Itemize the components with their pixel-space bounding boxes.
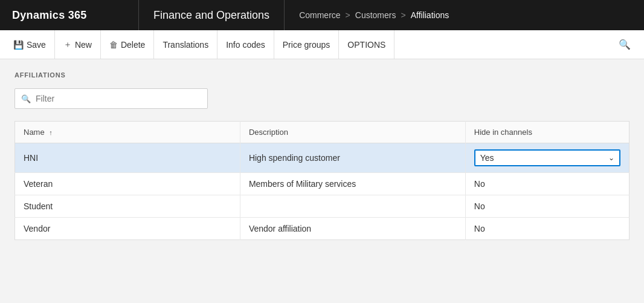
cell-description: Members of Military services xyxy=(240,173,465,195)
col-header-description: Description xyxy=(240,122,465,143)
brand-logo: Dynamics 365 xyxy=(0,0,139,30)
content-area: AFFILIATIONS 🔍 Name ↑ Description Hide i… xyxy=(0,59,644,252)
cell-description: High spending customer xyxy=(240,143,465,173)
table-row[interactable]: HNIHigh spending customerYes⌄ xyxy=(15,143,630,173)
infocodes-label: Info codes xyxy=(226,40,265,50)
breadcrumb-part1[interactable]: Commerce xyxy=(299,10,340,20)
dropdown-value: Yes xyxy=(480,153,494,163)
search-icon: 🔍 xyxy=(619,39,631,50)
save-label: Save xyxy=(27,40,46,50)
cell-hide-in-channels: No xyxy=(465,195,629,218)
section-title: AFFILIATIONS xyxy=(14,71,630,79)
breadcrumb-sep2: > xyxy=(401,10,405,20)
cell-name: HNI xyxy=(15,143,240,173)
col-desc-label: Description xyxy=(249,128,288,137)
col-header-name: Name ↑ xyxy=(15,122,240,143)
pricegroups-button[interactable]: Price groups xyxy=(274,30,340,59)
options-button[interactable]: OPTIONS xyxy=(339,30,394,59)
top-navigation-bar: Dynamics 365 Finance and Operations Comm… xyxy=(0,0,644,30)
action-bar: 💾 Save ＋ New 🗑 Delete Translations Info … xyxy=(0,30,644,59)
cell-name: Veteran xyxy=(15,173,240,195)
infocodes-button[interactable]: Info codes xyxy=(217,30,274,59)
cell-name: Vendor xyxy=(15,218,240,240)
cell-hide-in-channels[interactable]: Yes⌄ xyxy=(465,143,629,173)
brand-label: Dynamics 365 xyxy=(12,9,87,22)
chevron-down-icon: ⌄ xyxy=(608,154,614,162)
breadcrumb-part3: Affiliations xyxy=(411,10,449,20)
cell-hide-in-channels: No xyxy=(465,173,629,195)
breadcrumb-sep1: > xyxy=(346,10,350,20)
filter-box[interactable]: 🔍 xyxy=(14,88,208,109)
save-icon: 💾 xyxy=(13,40,24,50)
affiliations-table: Name ↑ Description Hide in channels HNIH… xyxy=(14,121,630,240)
table-row[interactable]: VeteranMembers of Military servicesNo xyxy=(15,173,630,195)
pricegroups-label: Price groups xyxy=(283,40,330,50)
cell-description xyxy=(240,195,465,218)
delete-icon: 🗑 xyxy=(109,40,118,50)
cell-description: Vendor affiliation xyxy=(240,218,465,240)
cell-hide-in-channels: No xyxy=(465,218,629,240)
translations-label: Translations xyxy=(163,40,208,50)
delete-label: Delete xyxy=(121,40,145,50)
search-button[interactable]: 🔍 xyxy=(610,35,639,54)
sort-asc-icon: ↑ xyxy=(49,129,53,136)
col-header-hide-in-channels: Hide in channels xyxy=(465,122,629,143)
filter-input[interactable] xyxy=(36,94,201,103)
delete-button[interactable]: 🗑 Delete xyxy=(101,30,154,59)
table-row[interactable]: StudentNo xyxy=(15,195,630,218)
new-icon: ＋ xyxy=(63,39,72,50)
hide-in-channels-dropdown[interactable]: Yes⌄ xyxy=(474,149,620,166)
breadcrumb-part2[interactable]: Customers xyxy=(355,10,396,20)
new-button[interactable]: ＋ New xyxy=(55,30,101,59)
app-label: Finance and Operations xyxy=(153,9,269,22)
breadcrumb: Commerce > Customers > Affiliations xyxy=(285,0,644,30)
table-row[interactable]: VendorVendor affiliationNo xyxy=(15,218,630,240)
table-body: HNIHigh spending customerYes⌄VeteranMemb… xyxy=(15,143,630,240)
translations-button[interactable]: Translations xyxy=(154,30,217,59)
filter-search-icon: 🔍 xyxy=(21,94,31,103)
cell-name: Student xyxy=(15,195,240,218)
app-title: Finance and Operations xyxy=(139,0,285,30)
table-header: Name ↑ Description Hide in channels xyxy=(15,122,630,143)
new-label: New xyxy=(75,40,92,50)
save-button[interactable]: 💾 Save xyxy=(5,30,55,59)
col-hide-label: Hide in channels xyxy=(474,128,532,137)
col-name-label: Name xyxy=(24,128,45,137)
options-label: OPTIONS xyxy=(347,40,385,50)
